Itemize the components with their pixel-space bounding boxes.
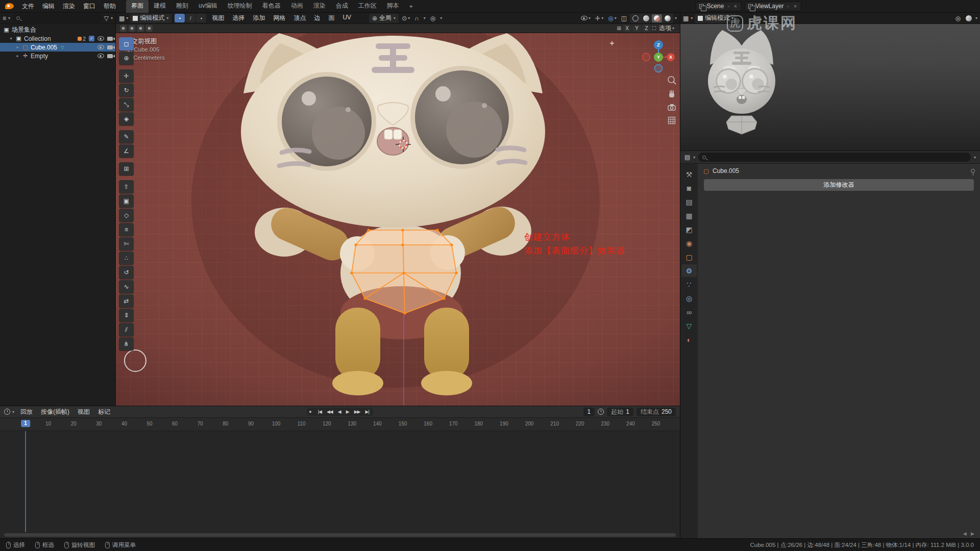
properties-editor-icon[interactable]: ▤	[684, 154, 690, 161]
new-viewlayer-button[interactable]: ▫	[787, 4, 791, 9]
workspace-tab-9[interactable]: 工作区	[353, 0, 382, 13]
properties-editor-dropdown-icon[interactable]: ▾	[693, 155, 695, 160]
hide-eye-icon[interactable]	[97, 36, 104, 41]
tool-loop-cut[interactable]: ≡	[119, 223, 134, 236]
mode-dropdown[interactable]: 编辑模式 ▾	[130, 14, 172, 23]
properties-tab-object-data[interactable]: ▽	[681, 319, 697, 332]
properties-tab-output[interactable]: ▤	[681, 195, 697, 208]
use-preview-range-icon[interactable]	[598, 409, 604, 415]
viewport-menu-1[interactable]: 选择	[228, 14, 249, 22]
scene-collection-row[interactable]: ▣ 场景集合	[0, 26, 115, 34]
topbar-menu-0[interactable]: 文件	[18, 2, 38, 11]
viewport-editor-dropdown-icon[interactable]: ▾	[126, 16, 128, 20]
face-select-mode-button[interactable]: ▪	[196, 14, 206, 22]
new-scene-button[interactable]: ▫	[726, 4, 730, 9]
pin-icon[interactable]	[971, 169, 975, 173]
overlays-toggle[interactable]: ◎▾	[606, 15, 618, 22]
viewport-menu-4[interactable]: 顶点	[289, 14, 310, 22]
playback-play-reverse[interactable]: ◀	[336, 408, 343, 415]
zoom-button[interactable]	[666, 74, 677, 86]
panel-scroll-arrows[interactable]: ◀ ▶	[963, 531, 976, 536]
preview-canvas[interactable]	[680, 24, 980, 151]
preview-dropdown-icon[interactable]: ▾	[975, 16, 977, 20]
properties-tab-view-layer[interactable]: ▦	[681, 209, 697, 222]
tool-add-cube[interactable]: ⊞	[119, 162, 134, 176]
tool-rip-region[interactable]: ⋔	[119, 337, 134, 350]
properties-tab-particles[interactable]: ∵	[681, 278, 697, 291]
timeline-editor-dropdown-icon[interactable]: ▾	[12, 410, 14, 414]
properties-tab-material[interactable]: ◐	[681, 333, 697, 346]
shading-wireframe-button[interactable]	[630, 14, 641, 22]
render-visibility-icon[interactable]	[107, 45, 113, 49]
mirror-axis-y[interactable]: Y	[632, 25, 641, 32]
properties-tab-render[interactable]: ◙	[681, 182, 697, 194]
add-modifier-button[interactable]: 添加修改器	[704, 179, 974, 191]
exclude-checkbox[interactable]: ✓	[89, 36, 94, 41]
delete-viewlayer-button[interactable]: ×	[793, 4, 798, 9]
snap-settings-dropdown[interactable]: ▾	[422, 16, 427, 20]
preview-overlay-toggle[interactable]: ◎	[954, 15, 962, 22]
tool-spin[interactable]: ↺	[119, 266, 134, 279]
workspace-tab-3[interactable]: uv编辑	[193, 0, 223, 13]
edge-select-mode-button[interactable]: /	[185, 14, 195, 22]
properties-tab-object[interactable]: ▢	[681, 251, 697, 263]
frame-end-field[interactable]: 结束点 250	[636, 408, 676, 416]
workspace-tab-2[interactable]: 雕刻	[171, 0, 193, 13]
delete-scene-button[interactable]: ×	[733, 4, 738, 9]
outliner-row[interactable]: ▾▣Collection2✓	[0, 34, 115, 43]
expand-toggle-icon[interactable]: ▾	[9, 36, 13, 41]
playhead-line[interactable]	[25, 431, 26, 532]
viewport-menu-6[interactable]: 面	[324, 14, 338, 22]
hide-eye-icon[interactable]	[97, 54, 104, 58]
tool-scale[interactable]: ⤡	[119, 98, 134, 111]
snap-toggle[interactable]: ∩	[413, 15, 421, 22]
viewport-menu-7[interactable]: UV	[338, 14, 355, 22]
tool-move[interactable]: ✛	[119, 69, 134, 83]
properties-tab-physics[interactable]: ◎	[681, 292, 697, 305]
preview-editor-dropdown-icon[interactable]: ▾	[691, 16, 693, 20]
topbar-menu-1[interactable]: 编辑	[38, 2, 59, 11]
mirror-axis-z[interactable]: Z	[642, 25, 651, 32]
shading-material-button[interactable]	[652, 14, 662, 22]
outliner-filter-icon[interactable]: ▽	[104, 15, 109, 22]
shading-rendered-button[interactable]	[663, 14, 673, 22]
proportional-editing-toggle[interactable]: ◎	[429, 15, 437, 22]
record-button[interactable]: ●	[309, 409, 311, 414]
properties-search-input[interactable]	[708, 154, 967, 160]
timeline-dopesheet[interactable]	[0, 431, 680, 538]
viewport-menu-0[interactable]: 视图	[208, 14, 228, 22]
preview-editor-icon[interactable]: ▦	[683, 15, 689, 22]
workspace-tab-11[interactable]: +	[404, 1, 418, 13]
timeline-ruler[interactable]: 1 10203040506070809010011012013014015016…	[0, 418, 680, 431]
shading-dropdown-icon[interactable]: ▾	[675, 16, 677, 20]
tool-inset-faces[interactable]: ▣	[119, 194, 134, 208]
playback-prev-keyframe[interactable]: ◀◀	[325, 408, 335, 415]
preview-shading-icon[interactable]	[964, 15, 973, 21]
topbar-menu-3[interactable]: 窗口	[79, 2, 100, 11]
playback-jump-to-end[interactable]: ▶|	[363, 408, 371, 415]
gizmos-toggle[interactable]: ✛▾	[594, 15, 605, 22]
topbar-menu-2[interactable]: 渲染	[59, 2, 79, 11]
playback-next-keyframe[interactable]: ▶▶	[352, 408, 362, 415]
tool-transform[interactable]: ◈	[119, 112, 134, 126]
outliner-editor-icon[interactable]: ≡	[3, 15, 6, 22]
expand-toggle-icon[interactable]: ▸	[15, 45, 20, 49]
workspace-tab-6[interactable]: 动画	[286, 0, 308, 13]
tool-cursor[interactable]: ⊕	[119, 52, 134, 65]
render-visibility-icon[interactable]	[107, 54, 113, 58]
timeline-menu-3[interactable]: 标记	[94, 408, 114, 416]
tool-option-icon-4[interactable]	[146, 25, 153, 32]
workspace-tab-8[interactable]: 合成	[331, 0, 353, 13]
outliner-editor-dropdown-icon[interactable]: ▾	[8, 16, 10, 20]
tool-annotate[interactable]: ✎	[119, 130, 134, 143]
visibility-dropdown[interactable]: ▾	[579, 16, 592, 20]
viewport-menu-2[interactable]: 添加	[249, 14, 269, 22]
workspace-tab-4[interactable]: 纹理绘制	[223, 0, 257, 13]
tool-select-box[interactable]: ◻	[119, 37, 134, 51]
properties-tab-tool[interactable]: ⚒	[681, 168, 697, 181]
playback-play[interactable]: ▶	[344, 408, 351, 415]
tool-bevel[interactable]: ◇	[119, 209, 134, 222]
properties-tab-world[interactable]: ◉	[681, 237, 697, 249]
xray-toggle[interactable]: ◫	[620, 15, 628, 22]
outliner-search-input[interactable]	[22, 15, 98, 21]
